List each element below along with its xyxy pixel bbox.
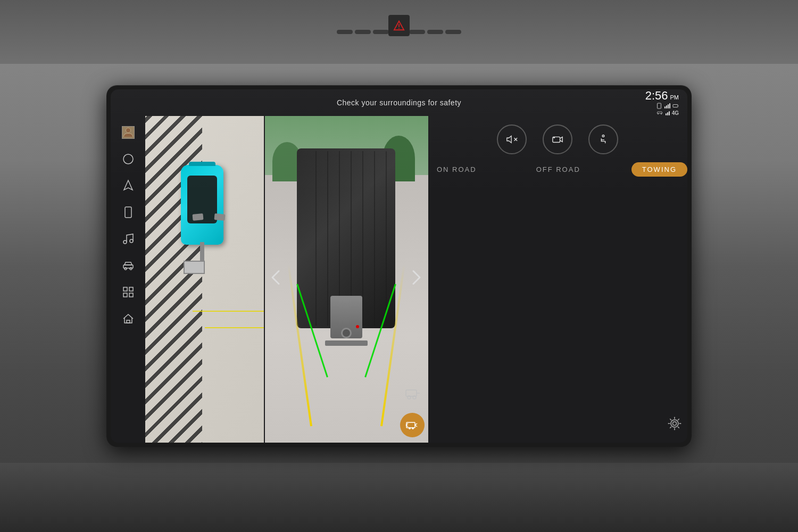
dashboard-top: [0, 0, 798, 64]
guide-line-right: [205, 327, 264, 328]
svg-point-33: [409, 427, 411, 429]
svg-point-2: [398, 28, 400, 29]
svg-rect-3: [658, 103, 661, 109]
svg-marker-12: [124, 180, 132, 190]
network-label: 4G: [672, 110, 679, 116]
mute-button[interactable]: [497, 124, 527, 154]
guide-line-left: [193, 311, 264, 312]
signal-bar-2: [666, 105, 667, 109]
clock-area: 2:56 PM: [636, 90, 679, 116]
vent-slot: [337, 30, 353, 34]
sidebar-item-navigation[interactable]: [117, 174, 139, 197]
seat-adjust-button[interactable]: [588, 124, 618, 154]
signal-bar-1: [664, 106, 666, 109]
control-buttons-row: [497, 124, 618, 154]
sidebar-item-home[interactable]: [117, 307, 139, 330]
camera-toggle-button[interactable]: [543, 124, 572, 154]
car-interior: Check your surroundings for safety 2:56 …: [0, 0, 798, 532]
phone-signal-bars: [664, 103, 670, 109]
side-marker-right: [214, 213, 225, 221]
overhead-camera-view: [145, 116, 264, 443]
status-icons: 4G: [656, 103, 679, 116]
vent-slot: [427, 30, 443, 34]
vent-slot: [445, 30, 461, 34]
settings-button[interactable]: [667, 416, 682, 433]
signal-bar-3: [668, 104, 669, 109]
signal-bar-4: [669, 103, 670, 109]
car-signal-bar-2: [667, 112, 668, 115]
svg-rect-4: [673, 104, 678, 107]
svg-point-40: [603, 135, 605, 137]
off-road-mode-button[interactable]: OFF ROAD: [528, 162, 589, 177]
svg-point-7: [661, 113, 662, 114]
camera-divider: [264, 116, 265, 443]
battery-icon: [672, 103, 679, 109]
svg-rect-28: [406, 422, 415, 428]
sidebar-item-phone[interactable]: [117, 201, 139, 223]
on-road-mode-button[interactable]: ON ROAD: [428, 162, 485, 177]
car-signal-bar-3: [669, 111, 670, 115]
vent-slot: [355, 30, 371, 34]
trailer-icon[interactable]: [401, 383, 423, 405]
svg-rect-24: [406, 390, 417, 396]
clock-time: 2:56: [645, 90, 668, 102]
svg-marker-35: [507, 136, 511, 143]
svg-rect-22: [129, 293, 133, 297]
sidebar-item-apps[interactable]: [117, 281, 139, 303]
svg-rect-19: [123, 287, 127, 291]
main-content: ON ROAD OFF ROAD TOWING: [111, 116, 687, 443]
car-status-row: 4G: [656, 110, 679, 116]
car-overhead-view: [181, 165, 223, 245]
svg-point-17: [124, 268, 127, 270]
towing-mode-button[interactable]: TOWING: [631, 162, 687, 177]
vent-slot: [409, 30, 425, 34]
vent-slot: [373, 30, 389, 34]
hazard-warning-button[interactable]: [388, 15, 410, 36]
svg-point-34: [412, 427, 414, 429]
svg-point-41: [673, 422, 677, 426]
sidebar-item-music[interactable]: [117, 228, 139, 250]
screen-housing: Check your surroundings for safety 2:56 …: [106, 85, 692, 447]
car-status-icon: [656, 110, 663, 115]
sidebar-item-vehicle[interactable]: [117, 254, 139, 277]
svg-point-39: [554, 137, 555, 138]
infotainment-screen: Check your surroundings for safety 2:56 …: [111, 89, 687, 443]
phone-status-row: [656, 103, 679, 109]
svg-rect-20: [129, 287, 133, 291]
top-bar: Check your surroundings for safety 2:56 …: [111, 89, 687, 116]
clock-ampm: PM: [670, 94, 679, 101]
tow-hitch-area: [321, 296, 371, 394]
sidebar-item-voice[interactable]: [117, 148, 139, 170]
svg-point-14: [123, 240, 127, 244]
right-sidebar: [396, 116, 428, 443]
svg-point-11: [123, 154, 133, 164]
sidebar: [111, 116, 145, 443]
phone-status-icon: [656, 103, 662, 109]
svg-point-42: [671, 420, 678, 427]
svg-point-18: [130, 268, 132, 270]
safety-message: Check your surroundings for safety: [162, 98, 636, 107]
car-signal-bar-1: [666, 113, 667, 115]
svg-rect-21: [123, 293, 127, 297]
car-signal-bars: [666, 110, 670, 115]
svg-point-6: [658, 113, 659, 114]
camera-area: [145, 116, 428, 443]
svg-point-10: [126, 128, 130, 132]
mode-buttons-row: ON ROAD OFF ROAD TOWING: [428, 162, 687, 177]
svg-rect-23: [127, 320, 130, 323]
sidebar-item-profile[interactable]: [117, 121, 139, 144]
svg-rect-13: [125, 207, 131, 218]
svg-point-15: [130, 239, 133, 243]
bottom-bar: ON ROAD OFF ROAD TOWING: [428, 116, 687, 185]
side-marker-left: [193, 213, 204, 221]
dashboard-bottom: [0, 463, 798, 532]
camera-prev-button[interactable]: [270, 269, 281, 290]
towing-assist-button[interactable]: [400, 413, 425, 437]
